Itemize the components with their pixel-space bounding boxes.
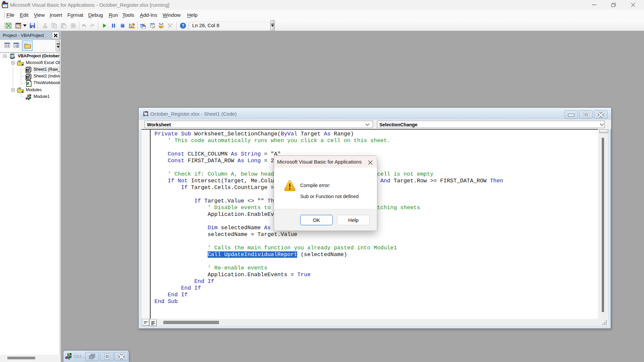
svg-text:?: ? — [181, 23, 184, 28]
